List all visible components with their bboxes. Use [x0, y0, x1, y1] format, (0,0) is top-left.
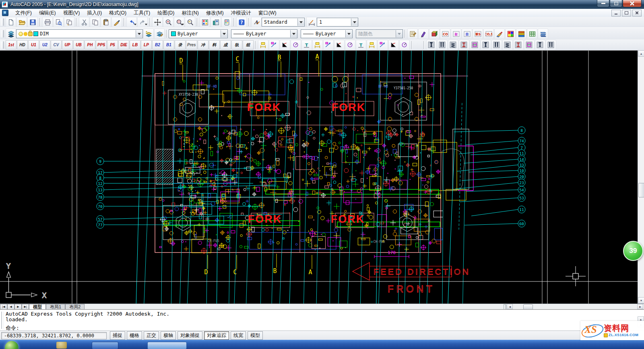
punch-guide-button[interactable]	[524, 40, 535, 50]
dim-update-button[interactable]	[367, 40, 377, 50]
punch-ibeam-button[interactable]	[513, 40, 524, 50]
layer-box-button[interactable]	[429, 29, 440, 39]
undo-button[interactable]	[126, 17, 137, 27]
punch-strip-button[interactable]	[535, 40, 545, 50]
punch-bolt-button[interactable]	[437, 40, 448, 50]
punch-insert-button[interactable]	[491, 40, 502, 50]
punch-frame-button[interactable]	[502, 40, 513, 50]
menu-view[interactable]: 视图(V)	[60, 9, 84, 17]
die-tool-P5[interactable]: P5	[107, 40, 118, 49]
doc-minimize-button[interactable]	[611, 10, 621, 16]
design-center-button[interactable]	[211, 17, 221, 27]
taskbar-item[interactable]	[92, 342, 118, 349]
scroll-down-button[interactable]: ▼	[638, 297, 644, 304]
menu-edit[interactable]: 编辑(E)	[35, 9, 60, 17]
dim-center-button[interactable]	[399, 40, 410, 50]
status-toggle-osnap[interactable]: 对象捕捉	[178, 331, 202, 340]
paste-button[interactable]	[101, 17, 111, 27]
die-tool-成[interactable]: 成	[220, 40, 231, 49]
tab-first-button[interactable]: |◀	[0, 304, 7, 310]
tab-布局2[interactable]: 布局2	[65, 304, 85, 310]
die-tool-UB[interactable]: UB	[73, 40, 84, 49]
status-toggle-lineweight[interactable]: 线宽	[231, 331, 246, 340]
dim-style-select[interactable]: 1	[317, 18, 358, 27]
stack-button[interactable]	[538, 29, 548, 39]
publish-button[interactable]	[64, 17, 74, 27]
status-toggle-snap[interactable]: 捕捉	[110, 331, 125, 340]
layers-icon[interactable]	[6, 29, 16, 39]
copy-button[interactable]	[90, 17, 100, 27]
menu-insert[interactable]: 插入(I)	[83, 9, 105, 17]
pan-button[interactable]	[152, 17, 163, 27]
dim-edit-button[interactable]: T	[356, 40, 366, 50]
plot-preview-button[interactable]	[53, 17, 64, 27]
restore-button[interactable]	[610, 0, 622, 7]
chevron-down-icon[interactable]	[351, 18, 358, 26]
menu-dimension[interactable]: 标注(N)	[178, 9, 202, 17]
plot-button[interactable]	[42, 17, 53, 27]
die-tool-轨[interactable]: 轨	[231, 40, 242, 49]
toolbar-grip[interactable]	[1, 41, 4, 49]
table-button[interactable]	[527, 29, 537, 39]
menu-draw[interactable]: 绘图(D)	[154, 9, 178, 17]
status-toggle-polar[interactable]: 极轴	[161, 331, 176, 340]
redo-button[interactable]	[137, 17, 148, 27]
open-file-button[interactable]	[17, 17, 27, 27]
die-tool-PH[interactable]: PH	[85, 40, 95, 49]
dim-linear-button[interactable]	[258, 40, 268, 50]
die-tool-HD[interactable]: HD	[17, 40, 28, 49]
linetype-select[interactable]: ByLayer	[231, 29, 297, 38]
zoom-previous-button[interactable]	[185, 17, 195, 27]
punch-pins-button[interactable]	[448, 40, 458, 50]
punch-die-button[interactable]	[481, 40, 491, 50]
die-tool-UP[interactable]: UP	[62, 40, 73, 49]
doc-restore-button[interactable]	[622, 10, 631, 16]
scroll-left-button[interactable]: ◀	[507, 304, 513, 309]
match-properties-button[interactable]	[111, 17, 122, 27]
menu-window[interactable]: 窗口(W)	[255, 9, 280, 17]
punch-screw-button[interactable]	[426, 40, 437, 50]
die-tool-B2[interactable]: B2	[152, 40, 163, 49]
tool-palettes-button[interactable]	[221, 17, 232, 27]
dim-angular-button[interactable]	[323, 40, 334, 50]
doc-close-button[interactable]	[632, 10, 642, 16]
taskbar-item[interactable]	[147, 342, 187, 349]
dim-block-button[interactable]	[269, 40, 279, 50]
die-tool-U2[interactable]: U2	[39, 40, 50, 49]
cut-button[interactable]	[79, 17, 89, 27]
toolbar-grip[interactable]	[1, 30, 4, 37]
chevron-down-icon[interactable]	[345, 30, 352, 37]
drawing-canvas[interactable]: 9178121378705777874711143310202354531160…	[0, 50, 638, 304]
save-file-button[interactable]	[27, 17, 38, 27]
toolbar-grip[interactable]	[1, 18, 4, 26]
die-tool-PP5[interactable]: PP5	[96, 40, 107, 49]
zoom-realtime-button[interactable]	[163, 17, 173, 27]
taskbar-item[interactable]	[56, 342, 67, 349]
scroll-up-button[interactable]: ▲	[638, 50, 644, 57]
vertical-scroll-thumb[interactable]	[638, 183, 644, 197]
list-button[interactable]: 目	[462, 29, 472, 39]
close-button[interactable]	[623, 0, 642, 7]
windows-taskbar[interactable]	[0, 340, 644, 349]
brush-set-button[interactable]	[494, 29, 505, 39]
die-tool-录[interactable]: 录	[175, 40, 186, 49]
layer-states-icon[interactable]	[154, 29, 165, 39]
punch-lifter-button[interactable]	[459, 40, 469, 50]
punch-layout-button[interactable]	[546, 40, 556, 50]
markup-button[interactable]	[418, 29, 429, 39]
horizontal-scrollbar[interactable]: ◀ ▶	[85, 304, 644, 310]
tab-last-button[interactable]: ▶|	[22, 304, 29, 310]
zoom-window-button[interactable]	[174, 17, 184, 27]
tab-布局1[interactable]: 布局1	[46, 304, 65, 310]
menu-modify[interactable]: 修改(M)	[202, 9, 227, 17]
dim-frame-button[interactable]	[388, 40, 399, 50]
co-button[interactable]: CO	[440, 29, 450, 39]
status-toggle-ortho[interactable]: 正交	[144, 331, 159, 340]
punch-pilot-button[interactable]	[470, 40, 480, 50]
die-strip-drawing[interactable]: 9178121378705777874711143310202354531160…	[0, 51, 638, 304]
dim-ordinate-button[interactable]: T	[301, 40, 312, 50]
command-grip[interactable]	[1, 312, 4, 329]
command-line-area[interactable]: AutoCAD Express Tools Copyright ?2000 Au…	[0, 309, 644, 331]
dim-quick-button[interactable]	[280, 40, 290, 50]
menu-die-design[interactable]: 冲模设计	[227, 9, 255, 17]
